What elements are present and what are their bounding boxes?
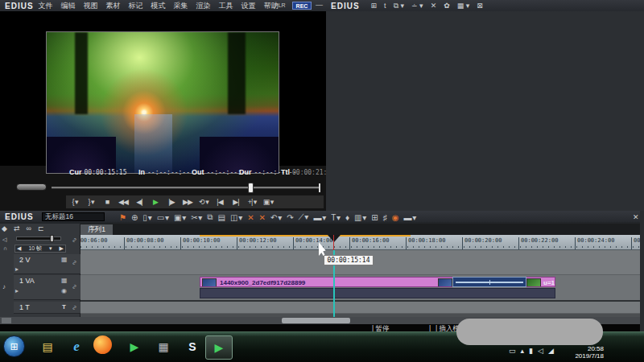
voiceover-icon[interactable]: ♦ <box>345 213 349 222</box>
loop-button[interactable]: ⟲ ▾ <box>198 197 209 208</box>
cut-icon[interactable]: ✂ ▾ <box>191 213 201 222</box>
transition-clip[interactable] <box>452 277 526 287</box>
timeline-ruler[interactable]: 00:00:06:0000:00:08:0000:00:10:0000:00:1… <box>80 235 640 250</box>
monitor-volume-slider[interactable] <box>16 237 61 241</box>
add-to-bin-icon[interactable]: ⊕ <box>131 213 137 222</box>
tray-hidden-icons-arrow[interactable]: ▴ <box>521 347 525 355</box>
monitor-volume-thumb[interactable] <box>50 235 54 242</box>
layout-icon[interactable]: ▬ ▾ <box>403 213 415 222</box>
waveform-toggle-icon[interactable]: ◆ <box>2 224 7 232</box>
save-project-icon[interactable]: ▣ ▾ <box>174 213 185 222</box>
speed-icon[interactable]: ⟋ ▾ <box>299 212 308 222</box>
link-toggle-icon[interactable]: ⇄ <box>14 224 20 232</box>
menu-item[interactable]: 工具 <box>219 1 233 11</box>
menu-item[interactable]: 设置 <box>242 1 256 11</box>
properties-icon[interactable]: ✿ <box>444 2 450 10</box>
menu-item[interactable]: 视图 <box>84 1 98 11</box>
replace-icon[interactable]: ◫ ▾ <box>230 213 242 222</box>
title-icon[interactable]: T ▾ <box>331 213 340 222</box>
panel-handle-icon[interactable]: ∿ <box>71 237 78 243</box>
firefox-icon[interactable] <box>93 335 112 354</box>
paste-icon[interactable]: ▤ <box>218 213 225 222</box>
redo-icon[interactable]: ↷ <box>287 213 292 222</box>
chevron-down-icon[interactable]: ▾ <box>49 245 52 252</box>
goto-out-button[interactable]: ▶| <box>230 197 242 208</box>
sort-icon[interactable]: ∸ ▾ <box>411 2 423 10</box>
next-frame-button[interactable]: |▶ <box>166 197 177 208</box>
copy-icon[interactable]: ⧉ <box>207 212 212 222</box>
panel-handle-icon[interactable]: ∿ <box>71 305 78 311</box>
multicam-icon[interactable]: ⊞ <box>371 213 377 222</box>
active-player-button[interactable]: ▶ <box>205 335 233 360</box>
rec-indicator[interactable]: REC <box>292 2 312 10</box>
playhead-marker[interactable] <box>328 235 341 242</box>
mark-out-button[interactable]: } ▾ <box>85 197 97 208</box>
tray-battery-icon[interactable]: ▮ <box>529 347 533 355</box>
view-mode-icon[interactable]: ▦ ▾ <box>457 2 470 10</box>
panel-handle-icon[interactable]: ∿ <box>71 284 78 290</box>
open-project-icon[interactable]: ▭ ▾ <box>157 213 168 222</box>
trim-icon[interactable]: ▬ ▾ <box>313 213 325 222</box>
taskbar-clock[interactable]: 20:58 2019/7/18 <box>559 345 604 360</box>
expander-icon[interactable]: ▸ <box>15 287 19 294</box>
nudge-setting[interactable]: ◀ 10 帧 ▾ ▶ <box>14 245 66 253</box>
rewind-button[interactable]: ◀◀ <box>118 197 129 208</box>
duplicate-icon[interactable]: ⧉ ▾ <box>394 2 404 10</box>
ripple-mode-icon[interactable]: ⊏ <box>38 224 44 232</box>
photo-app-icon[interactable]: S <box>180 335 204 358</box>
capture-icon[interactable]: ⚑ <box>119 213 126 222</box>
tray-network-icon[interactable]: ◢ <box>548 347 554 355</box>
export-button[interactable]: ▣ ▾ <box>262 197 274 208</box>
add-cut-button[interactable]: +| ▾ <box>246 197 258 208</box>
shuttle-control[interactable] <box>16 183 47 191</box>
sync-lock-icon[interactable]: ∞ <box>26 224 31 232</box>
start-button[interactable]: ⊞ <box>3 335 25 357</box>
tray-display-icon[interactable]: ▭ <box>509 347 516 355</box>
position-slider-thumb[interactable] <box>248 183 254 193</box>
goto-in-button[interactable]: |◀ <box>214 197 225 208</box>
close-icon[interactable]: ✕ <box>633 213 639 221</box>
record-icon[interactable]: ◉ <box>392 213 398 222</box>
mixer-icon[interactable]: ♯ <box>383 213 386 222</box>
position-slider[interactable] <box>52 187 320 189</box>
track-lane-t[interactable] <box>80 302 640 314</box>
menu-item[interactable]: 模式 <box>151 1 166 11</box>
tray-volume-icon[interactable]: ◁ <box>538 347 543 355</box>
jog-icon[interactable]: ∩ <box>3 245 7 251</box>
new-folder-icon[interactable]: ⊞ <box>371 2 378 10</box>
play-button[interactable]: ▶ <box>150 197 161 208</box>
media-player-icon[interactable]: ▶ <box>122 335 147 358</box>
menu-item[interactable]: 采集 <box>174 1 188 11</box>
ripple-delete-icon[interactable]: ✕ <box>247 213 253 222</box>
undo-icon[interactable]: ↶ ▾ <box>270 213 281 222</box>
menu-item[interactable]: 素材 <box>106 1 121 11</box>
menu-item[interactable]: 编辑 <box>61 1 76 11</box>
expander-icon[interactable]: ▸ <box>15 265 19 273</box>
menu-item[interactable]: 标记 <box>129 1 143 11</box>
transition-icon[interactable]: ▥ ▾ <box>354 213 365 222</box>
eye-icon[interactable]: ◉ <box>61 287 67 294</box>
audio-clip[interactable] <box>200 288 555 298</box>
prev-frame-button[interactable]: ◀| <box>134 197 145 208</box>
timeline-hscrollbar-thumb[interactable] <box>282 318 350 323</box>
hscroll-button[interactable] <box>2 318 11 323</box>
minimize-icon[interactable]: — <box>316 1 323 9</box>
app-icon[interactable]: ▦ <box>151 335 175 358</box>
delete-icon[interactable]: ✕ <box>431 2 437 10</box>
stop-button[interactable]: ■ <box>101 197 113 208</box>
ie-icon[interactable]: e <box>64 335 89 358</box>
tab-sequence1[interactable]: 序列1 <box>80 224 113 235</box>
nudge-prev-icon[interactable]: ◀ <box>17 245 21 252</box>
up-level-icon[interactable]: t <box>384 2 386 10</box>
lock-icon[interactable]: ⊠ <box>477 2 483 10</box>
menu-item[interactable]: 文件 <box>39 1 53 11</box>
delete-icon[interactable]: ✕ <box>259 213 265 222</box>
mark-in-button[interactable]: { ▾ <box>69 197 80 208</box>
explorer-icon[interactable]: ▤ <box>35 335 60 358</box>
speaker-icon[interactable]: ◁ <box>2 237 6 243</box>
ffwd-button[interactable]: ▶▶ <box>182 197 193 208</box>
new-sequence-icon[interactable]: ▯ ▾ <box>142 213 151 222</box>
menu-item[interactable]: 渲染 <box>196 1 211 11</box>
panel-handle-icon[interactable]: ∿ <box>71 260 78 265</box>
timeline-vscrollbar[interactable] <box>640 211 644 331</box>
